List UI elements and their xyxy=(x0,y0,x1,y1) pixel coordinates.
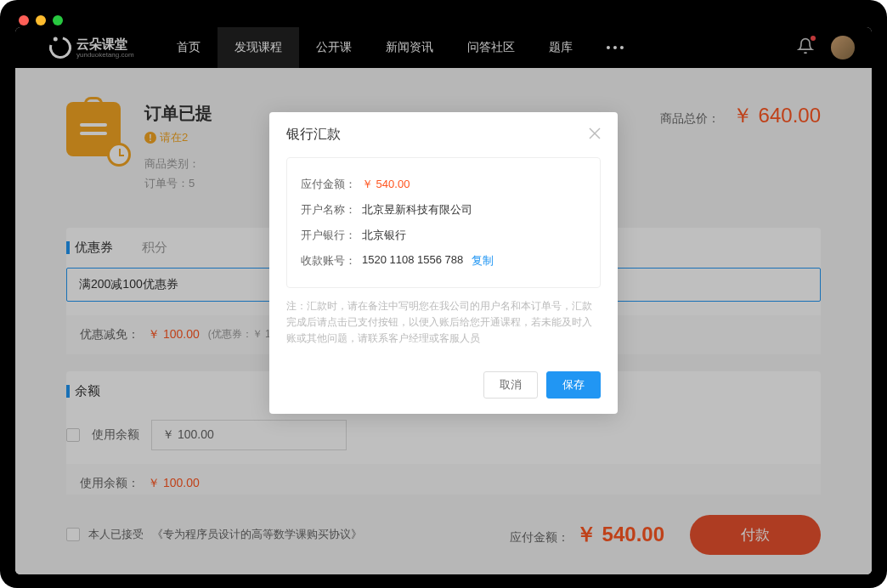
modal-account-name: 北京昱新科技有限公司 xyxy=(362,202,472,218)
copy-account-button[interactable]: 复制 xyxy=(472,253,494,269)
modal-overlay[interactable]: 银行汇款 应付金额： ￥ 540.00 开户名称： 北京昱新科技有限公司 xyxy=(15,27,872,574)
modal-close-button[interactable] xyxy=(589,127,601,143)
bank-transfer-modal: 银行汇款 应付金额： ￥ 540.00 开户名称： 北京昱新科技有限公司 xyxy=(269,112,618,414)
modal-amount: ￥ 540.00 xyxy=(362,177,410,192)
save-button[interactable]: 保存 xyxy=(546,371,601,399)
close-window-button[interactable] xyxy=(19,15,29,25)
modal-account-number: 1520 1108 1556 788 xyxy=(362,253,463,269)
modal-note: 注：汇款时，请在备注中写明您在我公司的用户名和本订单号，汇款完成后请点击已支付按… xyxy=(286,298,601,348)
minimize-window-button[interactable] xyxy=(36,15,46,25)
modal-title: 银行汇款 xyxy=(286,126,341,144)
window-controls xyxy=(19,15,63,25)
modal-bank-name: 北京银行 xyxy=(362,228,406,243)
close-icon xyxy=(589,127,601,139)
cancel-button[interactable]: 取消 xyxy=(483,371,538,399)
maximize-window-button[interactable] xyxy=(53,15,63,25)
payment-details: 应付金额： ￥ 540.00 开户名称： 北京昱新科技有限公司 开户银行： 北京… xyxy=(286,157,601,288)
